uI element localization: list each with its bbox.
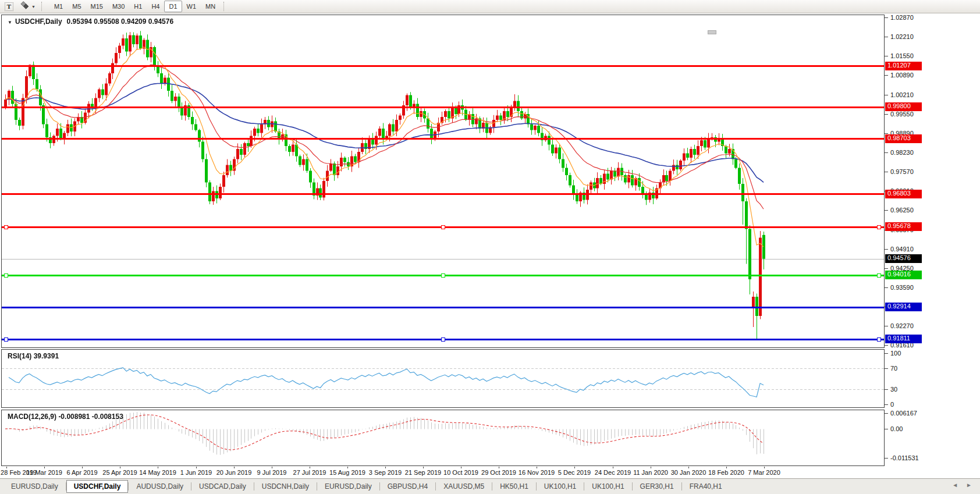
macd-label: MACD(12,26,9) -0.008981 -0.008153 [8,413,123,421]
price-axis-tick [885,287,888,288]
tab-scroll-right-icon[interactable]: ► [966,482,972,488]
date-label: 20 Jun 2019 [216,469,252,476]
date-label: 7 Mar 2020 [748,469,780,476]
price-tick-label: 0.94910 [890,246,914,253]
price-tick-label: 1.00210 [890,91,914,98]
price-badge: 0.92914 [885,303,922,311]
tf-button-M30[interactable]: M30 [108,1,129,12]
price-axis-tick [885,133,888,134]
chart-tab-FRA40-H1[interactable]: FRA40,H1 [682,481,730,492]
tf-button-D1[interactable]: D1 [164,1,182,12]
macd-values: -0.008981 -0.008153 [58,413,123,421]
date-axis-tick [6,467,7,468]
rsi-canvas[interactable] [2,350,884,407]
rsi-tick-label: 100 [890,350,901,357]
chart-tab-USDCNH-Daily[interactable]: USDCNH,Daily [254,481,317,492]
price-badge: 1.01207 [885,62,922,70]
chart-tab-UK100-H1[interactable]: UK100,H1 [537,481,584,492]
price-tick-label: 0.93590 [890,284,914,291]
date-label: 18 Feb 2020 [708,469,744,476]
date-label: 19 Mar 2019 [26,469,62,476]
chart-scrollbar-thumb[interactable] [708,30,716,34]
price-axis-tick [885,210,888,211]
chart-tab-USDCHF-Daily[interactable]: USDCHF,Daily [66,480,129,493]
chart-ohlc-values: 0.95394 0.95508 0.94209 0.94576 [67,17,174,26]
date-axis-tick [44,467,45,468]
price-chart-canvas[interactable] [2,15,884,347]
date-label: 21 Sep 2019 [405,469,441,476]
price-tick-label: 0.98230 [890,149,914,156]
rsi-axis-tick [885,404,888,405]
date-label: 10 Oct 2019 [443,469,478,476]
chart-tab-GER30-H1[interactable]: GER30,H1 [633,481,681,492]
macd-tick-label: -0.011531 [890,454,919,461]
price-axis-tick [885,17,888,18]
chart-tab-GBPUSD-H4[interactable]: GBPUSD,H4 [380,481,435,492]
chart-tab-XAUUSD-M5[interactable]: XAUUSD,M5 [436,481,492,492]
text-label-tool-button[interactable]: T [2,1,16,12]
chevron-down-icon: ▼ [31,5,35,9]
drawing-objects-button[interactable]: ▼ [17,1,38,12]
rsi-axis-tick [885,389,888,390]
price-axis-tick [885,75,888,76]
date-axis-tick [499,467,499,468]
price-badge: 0.98703 [885,134,922,143]
mt4-terminal: T ▼ M1M5M15M30H1H4D1W1MN ▼USDCHF,Daily0.… [0,0,980,494]
price-badge: 0.96803 [885,190,922,198]
rsi-value: 39.9391 [34,352,59,360]
price-axis-tick [885,326,888,326]
date-axis-tick [158,467,158,468]
price-axis-tick [885,345,888,346]
date-label: 24 Dec 2019 [595,469,631,476]
chart-tab-UK100-H1[interactable]: UK100,H1 [584,481,631,492]
rsi-tick-label: 0 [890,401,894,408]
price-chart-panel[interactable]: ▼USDCHF,Daily0.95394 0.95508 0.94209 0.9… [1,15,885,348]
tf-button-H4[interactable]: H4 [147,1,164,12]
price-badge: 0.94016 [885,271,922,279]
tf-button-M5[interactable]: M5 [68,1,86,12]
tf-button-MN[interactable]: MN [201,1,220,12]
price-tick-label: 1.01550 [890,52,914,59]
tf-button-H1[interactable]: H1 [129,1,147,12]
date-axis-tick [688,467,689,468]
macd-tick-label: 0.00 [890,425,903,432]
date-axis-tick [385,467,386,468]
chart-dropdown-caret-icon[interactable]: ▼ [8,20,12,25]
chart-tab-HK50-H1[interactable]: HK50,H1 [492,481,536,492]
macd-canvas[interactable] [2,410,884,465]
date-label: 27 Jul 2019 [293,469,326,476]
tf-button-M15[interactable]: M15 [86,1,108,12]
date-axis[interactable]: 28 Feb 201919 Mar 20196 Apr 201925 Apr 2… [1,467,885,478]
price-tick-label: 1.02870 [890,14,914,21]
price-axis-tick [885,249,888,250]
date-axis-tick [272,467,272,468]
price-axis[interactable]: 1.028701.022101.015501.008901.002100.995… [885,15,980,466]
price-tick-label: 0.92270 [890,322,914,329]
date-axis-tick [726,467,727,468]
price-axis-tick [885,114,888,115]
toolbar: T ▼ M1M5M15M30H1H4D1W1MN [0,0,980,13]
tab-scroll-left-icon[interactable]: ◄ [952,482,958,488]
macd-indicator-panel[interactable]: MACD(12,26,9) -0.008981 -0.008153 [1,410,885,466]
text-tool-icon: T [5,2,13,11]
date-label: 30 Jan 2020 [671,469,706,476]
price-badge: 0.95678 [885,222,922,231]
timeframe-button-group: M1M5M15M30H1H4D1W1MN [49,1,220,12]
chart-tab-USDCAD-Daily[interactable]: USDCAD,Daily [191,481,254,492]
date-axis-tick [461,467,461,468]
rsi-indicator-panel[interactable]: RSI(14) 39.9391 [1,349,885,408]
chart-tab-EURUSD-Daily[interactable]: EURUSD,Daily [3,481,66,492]
chart-tab-EURUSD-Daily[interactable]: EURUSD,Daily [317,481,379,492]
date-axis-tick [423,467,424,468]
chart-title: ▼USDCHF,Daily0.95394 0.95508 0.94209 0.9… [8,17,173,26]
date-axis-tick [196,467,197,468]
chart-tab-AUDUSD-Daily[interactable]: AUDUSD,Daily [129,481,191,492]
tab-scroll-arrows: ◄ ► [952,482,972,488]
chart-symbol-label: USDCHF,Daily [15,17,62,26]
chart-tab-bar: EURUSD,DailyUSDCHF,DailyAUDUSD,DailyUSDC… [0,478,980,494]
tf-button-M1[interactable]: M1 [49,1,68,12]
tf-button-W1[interactable]: W1 [182,1,201,12]
price-axis-tick [885,37,888,37]
price-tick-label: 0.96250 [890,207,914,214]
date-axis-tick [764,467,765,468]
